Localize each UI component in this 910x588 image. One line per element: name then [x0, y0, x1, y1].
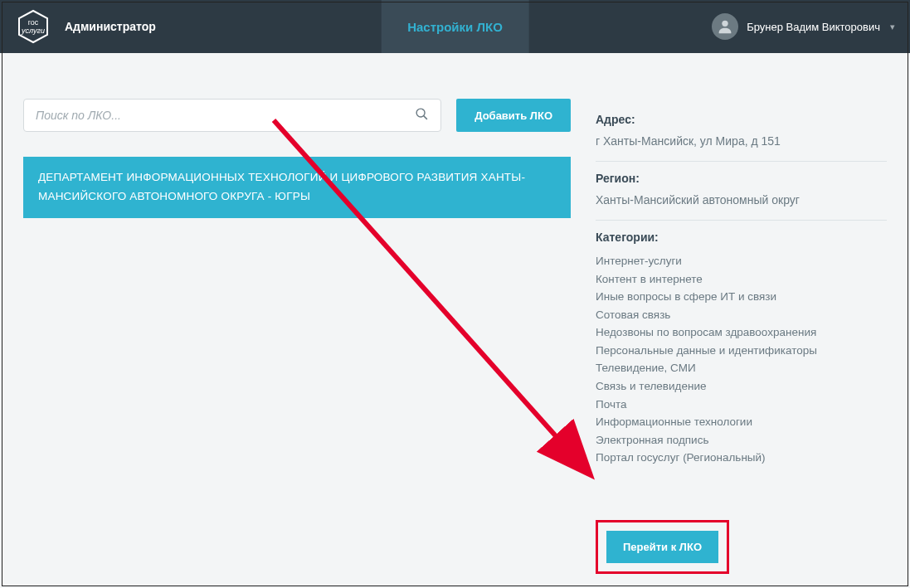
avatar-icon	[712, 13, 738, 40]
svg-point-3	[722, 21, 728, 27]
search-input[interactable]	[36, 109, 415, 122]
category-item: Иные вопросы в сфере ИТ и связи	[596, 288, 887, 306]
main-column: Добавить ЛКО ДЕПАРТАМЕНТ ИНФОРМАЦИОННЫХ …	[23, 99, 571, 563]
user-name: Брунер Вадим Викторович	[747, 21, 880, 33]
categories-section: Категории: Интернет-услугиКонтент в инте…	[596, 221, 887, 480]
category-item: Интернет-услуги	[596, 252, 887, 270]
region-section: Регион: Ханты-Мансийский автономный окру…	[596, 162, 887, 221]
svg-point-4	[416, 109, 425, 117]
details-panel: Адрес: г Ханты-Мансийск, ул Мира, д 151 …	[596, 99, 887, 563]
address-section: Адрес: г Ханты-Мансийск, ул Мира, д 151	[596, 103, 887, 162]
category-item: Портал госуслуг (Региональный)	[596, 449, 887, 467]
tab-settings-lko[interactable]: Настройки ЛКО	[381, 0, 529, 53]
svg-text:гос: гос	[28, 18, 39, 27]
role-label: Администратор	[65, 20, 156, 33]
category-item: Связь и телевидение	[596, 377, 887, 396]
categories-label: Категории:	[596, 231, 887, 244]
goto-lko-button[interactable]: Перейти к ЛКО	[606, 531, 718, 563]
add-lko-button[interactable]: Добавить ЛКО	[456, 99, 571, 132]
lko-list-item-selected[interactable]: ДЕПАРТАМЕНТ ИНФОРМАЦИОННЫХ ТЕХНОЛОГИЙ И …	[23, 157, 571, 218]
category-item: Персональные данные и идентификаторы	[596, 342, 887, 360]
goto-highlight: Перейти к ЛКО	[596, 520, 729, 574]
chevron-down-icon: ▾	[890, 22, 895, 32]
address-label: Адрес:	[596, 113, 887, 126]
app-header: гос услуги Администратор Настройки ЛКО Б…	[0, 0, 910, 53]
search-icon[interactable]	[415, 107, 429, 124]
region-value: Ханты-Мансийский автономный округ	[596, 193, 887, 207]
svg-line-5	[424, 115, 427, 119]
category-item: Сотовая связь	[596, 306, 887, 324]
category-item: Электронная подпись	[596, 431, 887, 450]
page-body: Добавить ЛКО ДЕПАРТАМЕНТ ИНФОРМАЦИОННЫХ …	[0, 53, 910, 588]
user-menu[interactable]: Брунер Вадим Викторович ▾	[712, 13, 895, 40]
category-item: Телевидение, СМИ	[596, 359, 887, 377]
svg-text:услуги: услуги	[21, 27, 45, 35]
logo: гос услуги Администратор	[15, 8, 156, 45]
categories-list: Интернет-услугиКонтент в интернетеИные в…	[596, 252, 887, 467]
category-item: Почта	[596, 396, 887, 414]
category-item: Контент в интернете	[596, 270, 887, 289]
search-box[interactable]	[23, 99, 441, 132]
gosuslugi-logo-icon: гос услуги	[15, 8, 51, 45]
address-value: г Ханты-Мансийск, ул Мира, д 151	[596, 134, 887, 148]
region-label: Регион:	[596, 172, 887, 185]
category-item: Информационные технологии	[596, 413, 887, 431]
search-row: Добавить ЛКО	[23, 99, 571, 132]
category-item: Недозвоны по вопросам здравоохранения	[596, 323, 887, 342]
